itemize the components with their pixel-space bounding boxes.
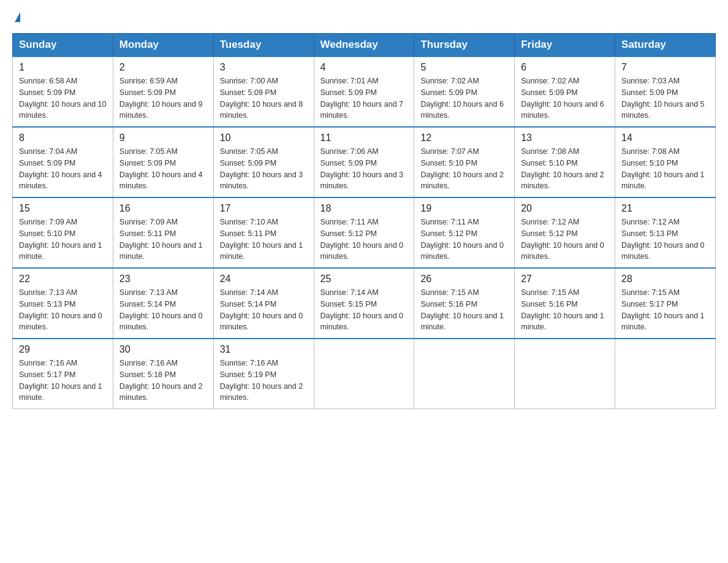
day-number: 22 [19, 274, 107, 285]
day-number: 23 [119, 274, 207, 285]
calendar-cell: 22 Sunrise: 7:13 AM Sunset: 5:13 PM Dayl… [13, 268, 113, 339]
day-number: 17 [220, 203, 308, 214]
page-header [12, 12, 716, 23]
calendar-cell: 16 Sunrise: 7:09 AM Sunset: 5:11 PM Dayl… [113, 197, 213, 268]
header-sunday: Sunday [13, 34, 113, 57]
day-info: Sunrise: 7:05 AM Sunset: 5:09 PM Dayligh… [119, 146, 207, 192]
day-info: Sunrise: 7:10 AM Sunset: 5:11 PM Dayligh… [220, 216, 308, 262]
calendar-cell: 28 Sunrise: 7:15 AM Sunset: 5:17 PM Dayl… [615, 268, 716, 339]
calendar-cell: 14 Sunrise: 7:08 AM Sunset: 5:10 PM Dayl… [615, 127, 716, 197]
calendar-cell: 26 Sunrise: 7:15 AM Sunset: 5:16 PM Dayl… [414, 268, 515, 339]
calendar-cell: 30 Sunrise: 7:16 AM Sunset: 5:18 PM Dayl… [113, 339, 213, 409]
calendar-cell [515, 339, 615, 409]
day-info: Sunrise: 7:13 AM Sunset: 5:14 PM Dayligh… [119, 287, 207, 333]
day-info: Sunrise: 7:09 AM Sunset: 5:11 PM Dayligh… [119, 216, 207, 262]
calendar-week-5: 29 Sunrise: 7:16 AM Sunset: 5:17 PM Dayl… [13, 339, 716, 409]
day-info: Sunrise: 7:15 AM Sunset: 5:16 PM Dayligh… [521, 287, 609, 333]
calendar-cell [414, 339, 515, 409]
day-info: Sunrise: 7:14 AM Sunset: 5:15 PM Dayligh… [320, 287, 408, 333]
day-info: Sunrise: 6:59 AM Sunset: 5:09 PM Dayligh… [119, 75, 207, 121]
day-info: Sunrise: 7:00 AM Sunset: 5:09 PM Dayligh… [220, 75, 308, 121]
day-info: Sunrise: 7:11 AM Sunset: 5:12 PM Dayligh… [420, 216, 508, 262]
day-number: 26 [420, 274, 508, 285]
calendar-cell: 24 Sunrise: 7:14 AM Sunset: 5:14 PM Dayl… [213, 268, 314, 339]
logo [12, 12, 20, 23]
calendar-week-3: 15 Sunrise: 7:09 AM Sunset: 5:10 PM Dayl… [13, 197, 716, 268]
calendar-cell [314, 339, 414, 409]
day-info: Sunrise: 7:12 AM Sunset: 5:12 PM Dayligh… [521, 216, 609, 262]
day-number: 11 [320, 132, 408, 144]
day-number: 9 [119, 132, 207, 144]
day-info: Sunrise: 7:02 AM Sunset: 5:09 PM Dayligh… [521, 75, 609, 121]
day-number: 13 [521, 132, 609, 144]
day-info: Sunrise: 7:07 AM Sunset: 5:10 PM Dayligh… [420, 146, 508, 192]
day-info: Sunrise: 7:15 AM Sunset: 5:17 PM Dayligh… [621, 287, 709, 333]
day-number: 28 [621, 274, 709, 285]
calendar-cell: 2 Sunrise: 6:59 AM Sunset: 5:09 PM Dayli… [113, 56, 213, 127]
day-number: 27 [521, 274, 609, 285]
day-number: 16 [119, 203, 207, 214]
day-info: Sunrise: 7:06 AM Sunset: 5:09 PM Dayligh… [320, 146, 408, 192]
day-info: Sunrise: 7:15 AM Sunset: 5:16 PM Dayligh… [420, 287, 508, 333]
calendar-cell: 21 Sunrise: 7:12 AM Sunset: 5:13 PM Dayl… [615, 197, 716, 268]
calendar-cell: 29 Sunrise: 7:16 AM Sunset: 5:17 PM Dayl… [13, 339, 113, 409]
day-info: Sunrise: 7:11 AM Sunset: 5:12 PM Dayligh… [320, 216, 408, 262]
day-info: Sunrise: 7:05 AM Sunset: 5:09 PM Dayligh… [220, 146, 308, 192]
calendar-cell: 10 Sunrise: 7:05 AM Sunset: 5:09 PM Dayl… [213, 127, 314, 197]
calendar-cell: 3 Sunrise: 7:00 AM Sunset: 5:09 PM Dayli… [213, 56, 314, 127]
day-number: 19 [420, 203, 508, 214]
calendar-cell: 27 Sunrise: 7:15 AM Sunset: 5:16 PM Dayl… [515, 268, 615, 339]
calendar-cell: 7 Sunrise: 7:03 AM Sunset: 5:09 PM Dayli… [615, 56, 716, 127]
calendar-cell: 8 Sunrise: 7:04 AM Sunset: 5:09 PM Dayli… [13, 127, 113, 197]
calendar-week-4: 22 Sunrise: 7:13 AM Sunset: 5:13 PM Dayl… [13, 268, 716, 339]
calendar-table: SundayMondayTuesdayWednesdayThursdayFrid… [12, 33, 716, 409]
calendar-week-1: 1 Sunrise: 6:58 AM Sunset: 5:09 PM Dayli… [13, 56, 716, 127]
header-friday: Friday [515, 34, 615, 57]
day-number: 14 [621, 132, 709, 144]
calendar-cell: 11 Sunrise: 7:06 AM Sunset: 5:09 PM Dayl… [314, 127, 414, 197]
day-number: 7 [621, 62, 709, 73]
day-number: 2 [119, 62, 207, 73]
calendar-cell: 20 Sunrise: 7:12 AM Sunset: 5:12 PM Dayl… [515, 197, 615, 268]
calendar-cell: 1 Sunrise: 6:58 AM Sunset: 5:09 PM Dayli… [13, 56, 113, 127]
calendar-cell: 25 Sunrise: 7:14 AM Sunset: 5:15 PM Dayl… [314, 268, 414, 339]
calendar-cell: 13 Sunrise: 7:08 AM Sunset: 5:10 PM Dayl… [515, 127, 615, 197]
calendar-cell: 4 Sunrise: 7:01 AM Sunset: 5:09 PM Dayli… [314, 56, 414, 127]
logo-triangle-icon [15, 12, 20, 22]
calendar-cell: 31 Sunrise: 7:16 AM Sunset: 5:19 PM Dayl… [213, 339, 314, 409]
calendar-cell: 18 Sunrise: 7:11 AM Sunset: 5:12 PM Dayl… [314, 197, 414, 268]
day-info: Sunrise: 7:02 AM Sunset: 5:09 PM Dayligh… [420, 75, 508, 121]
day-number: 1 [19, 62, 107, 73]
day-number: 3 [220, 62, 308, 73]
day-number: 25 [320, 274, 408, 285]
header-saturday: Saturday [615, 34, 716, 57]
day-info: Sunrise: 7:16 AM Sunset: 5:18 PM Dayligh… [119, 358, 207, 404]
day-info: Sunrise: 7:08 AM Sunset: 5:10 PM Dayligh… [621, 146, 709, 192]
day-info: Sunrise: 7:12 AM Sunset: 5:13 PM Dayligh… [621, 216, 709, 262]
day-number: 18 [320, 203, 408, 214]
header-tuesday: Tuesday [213, 34, 314, 57]
day-info: Sunrise: 7:14 AM Sunset: 5:14 PM Dayligh… [220, 287, 308, 333]
calendar-cell: 15 Sunrise: 7:09 AM Sunset: 5:10 PM Dayl… [13, 197, 113, 268]
day-info: Sunrise: 7:16 AM Sunset: 5:17 PM Dayligh… [19, 358, 107, 404]
calendar-week-2: 8 Sunrise: 7:04 AM Sunset: 5:09 PM Dayli… [13, 127, 716, 197]
day-info: Sunrise: 7:16 AM Sunset: 5:19 PM Dayligh… [220, 358, 308, 404]
day-info: Sunrise: 7:01 AM Sunset: 5:09 PM Dayligh… [320, 75, 408, 121]
calendar-cell: 5 Sunrise: 7:02 AM Sunset: 5:09 PM Dayli… [414, 56, 515, 127]
calendar-cell: 6 Sunrise: 7:02 AM Sunset: 5:09 PM Dayli… [515, 56, 615, 127]
day-number: 8 [19, 132, 107, 144]
calendar-cell: 23 Sunrise: 7:13 AM Sunset: 5:14 PM Dayl… [113, 268, 213, 339]
day-info: Sunrise: 7:04 AM Sunset: 5:09 PM Dayligh… [19, 146, 107, 192]
day-info: Sunrise: 6:58 AM Sunset: 5:09 PM Dayligh… [19, 75, 107, 121]
day-info: Sunrise: 7:03 AM Sunset: 5:09 PM Dayligh… [621, 75, 709, 121]
day-number: 24 [220, 274, 308, 285]
header-wednesday: Wednesday [314, 34, 414, 57]
day-number: 30 [119, 344, 207, 355]
day-info: Sunrise: 7:09 AM Sunset: 5:10 PM Dayligh… [19, 216, 107, 262]
day-number: 4 [320, 62, 408, 73]
calendar-cell [615, 339, 716, 409]
header-thursday: Thursday [414, 34, 515, 57]
day-number: 6 [521, 62, 609, 73]
day-number: 21 [621, 203, 709, 214]
day-info: Sunrise: 7:08 AM Sunset: 5:10 PM Dayligh… [521, 146, 609, 192]
